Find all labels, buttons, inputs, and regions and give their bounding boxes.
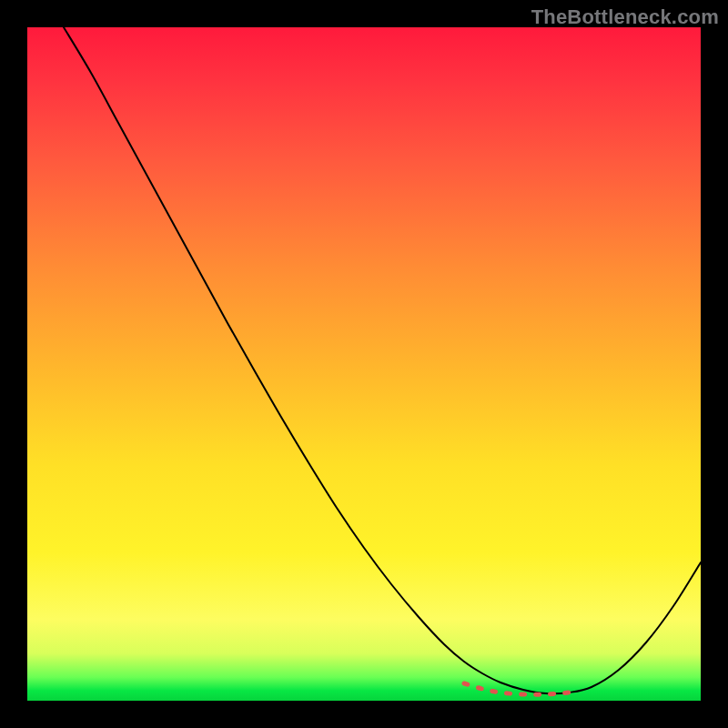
black-curve bbox=[64, 27, 701, 693]
red-dash-curve bbox=[464, 683, 569, 694]
plot-area bbox=[27, 27, 701, 701]
watermark-text: TheBottleneck.com bbox=[531, 5, 719, 29]
curve-layer bbox=[27, 27, 701, 701]
chart-container: TheBottleneck.com bbox=[0, 0, 728, 728]
